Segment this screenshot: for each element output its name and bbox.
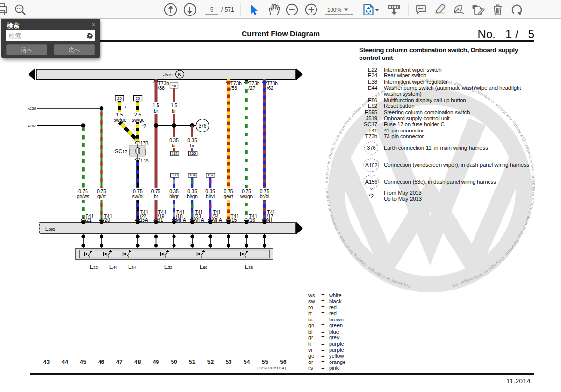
svg-text:br: br [154,108,158,114]
svg-text:gr/rt: gr/rt [97,194,106,199]
svg-text:br: br [172,108,177,114]
svg-text:/ 571: / 571 [221,6,234,13]
svg-text:A156: A156 [27,106,36,111]
svg-text:ge/rt: ge/rt [223,194,233,199]
svg-text:376: 376 [199,123,207,129]
svg-text:*2: *2 [369,193,374,199]
svg-text:bl/vi: bl/vi [206,194,215,199]
svg-text:1.5: 1.5 [171,103,177,108]
svg-text:/38: /38 [158,86,165,91]
svg-text:{: { [129,148,131,155]
svg-text:bl/gn: bl/gn [187,194,198,199]
svg-text:J519: J519 [163,72,173,77]
svg-text:E595: E595 [45,226,56,232]
svg-text:K: K [178,72,182,77]
svg-text:28: 28 [172,84,176,88]
svg-text:376: 376 [367,145,375,151]
svg-text:0.35: 0.35 [187,138,197,143]
svg-text:sw/bl: sw/bl [132,194,144,199]
svg-text:*: * [124,106,126,111]
svg-text:100%: 100% [327,7,341,13]
svg-text:SC17: SC17 [115,148,127,154]
svg-text:15A: 15A [140,218,148,223]
svg-text:20: 20 [136,96,140,101]
svg-text:187: 187 [207,173,214,177]
svg-text:A156: A156 [365,179,378,185]
svg-text:br: br [172,143,177,148]
svg-text:E34: E34 [128,264,136,270]
svg-text:br: br [154,194,158,199]
svg-text:A102: A102 [27,124,36,128]
svg-text:E38: E38 [245,264,253,270]
svg-text:sw/ge: sw/ge [132,117,145,123]
svg-text:*2: *2 [142,124,147,129]
svg-text:0.35: 0.35 [169,138,179,143]
svg-text:188: 188 [172,173,178,177]
svg-text:/21: /21 [85,218,92,223]
svg-text:/15: /15 [230,218,237,223]
svg-text:MFA: MFA [176,218,186,223]
svg-text:bl/gr: bl/gr [169,194,179,199]
svg-text:gn/ws: gn/ws [77,194,89,199]
svg-text:*: * [370,188,373,193]
svg-text:br/bl: br/bl [260,194,269,199]
svg-text:ws/gn: ws/gn [240,194,253,199]
svg-text:/27: /27 [249,86,256,91]
svg-text:/62: /62 [267,86,273,91]
svg-text:20: 20 [117,96,122,101]
svg-text:E22: E22 [90,264,98,270]
svg-text:17A: 17A [140,158,149,163]
svg-text:5: 5 [210,6,214,13]
svg-text:A102: A102 [365,162,378,168]
svg-text:/53: /53 [230,86,237,91]
svg-text:182: 182 [172,151,178,156]
svg-text:31: 31 [158,218,164,223]
svg-text:/20: /20 [103,218,110,223]
svg-text:MFA: MFA [194,218,204,223]
svg-text:}: } [144,148,147,155]
svg-text:/16: /16 [248,218,255,223]
svg-text:1.5: 1.5 [116,112,123,117]
svg-text:1.5: 1.5 [153,103,159,108]
svg-text:NT: NT [267,218,273,223]
svg-text:E44: E44 [109,264,117,270]
svg-text:br: br [190,143,195,148]
svg-text:2.5: 2.5 [134,112,141,117]
svg-text:184: 184 [189,173,196,177]
svg-text:MFA: MFA [212,218,222,223]
svg-text:E86: E86 [200,264,208,270]
svg-text:17B: 17B [140,141,149,146]
svg-text:165: 165 [190,151,196,156]
svg-text:E32: E32 [164,264,173,270]
